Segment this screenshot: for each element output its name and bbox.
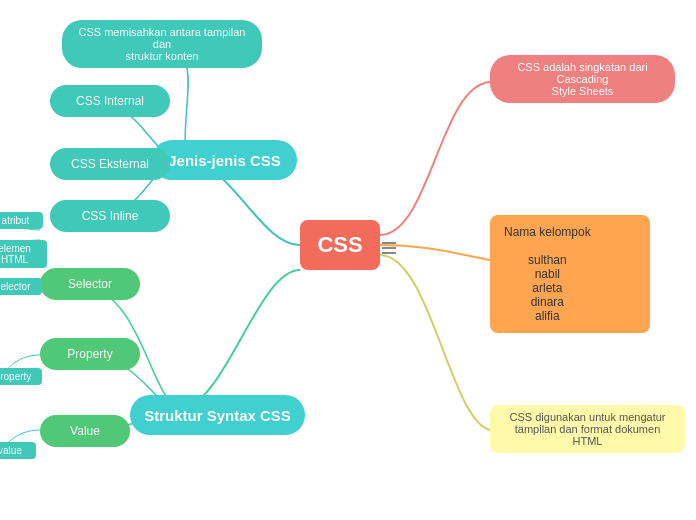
css-internal-label: CSS Internal: [76, 94, 144, 108]
css-inline-node: CSS Inline: [50, 200, 170, 232]
property-node: Property: [40, 338, 140, 370]
center-label: CSS: [317, 232, 362, 258]
css-def-node: CSS adalah singkatan dari Cascading Styl…: [490, 55, 675, 103]
value-label: Value: [70, 424, 100, 438]
css-sep-label: CSS memisahkan antara tampilan dan struk…: [72, 26, 252, 62]
jenis-css-label: Jenis-jenis CSS: [168, 152, 281, 169]
property-small-label: property: [0, 371, 31, 382]
center-node: CSS: [300, 220, 380, 270]
selector-node: Selector: [40, 268, 140, 300]
elemen-html-tag: elemen HTML: [0, 240, 47, 268]
struktur-node: Struktur Syntax CSS: [130, 395, 305, 435]
atribut-label: atribut: [2, 215, 30, 226]
atribut-tag: atribut: [0, 212, 43, 229]
selector-small-tag: selector: [0, 278, 42, 295]
nama-kelompok-node: Nama kelompok sulthan nabil arleta dinar…: [490, 215, 650, 333]
css-digunakan-node: CSS digunakan untuk mengatur tampilan da…: [490, 405, 685, 453]
hamburger-icon: [382, 242, 396, 254]
css-eksternal-node: CSS Eksternal: [50, 148, 170, 180]
selector-label: Selector: [68, 277, 112, 291]
nama-kelompok-label: Nama kelompok sulthan nabil arleta dinar…: [504, 225, 591, 323]
css-sep-node: CSS memisahkan antara tampilan dan struk…: [62, 20, 262, 68]
property-small-tag: property: [0, 368, 42, 385]
elemen-html-label: elemen HTML: [0, 243, 40, 265]
css-inline-label: CSS Inline: [82, 209, 139, 223]
property-label: Property: [67, 347, 112, 361]
value-small-tag: value: [0, 442, 36, 459]
selector-small-label: selector: [0, 281, 31, 292]
css-eksternal-label: CSS Eksternal: [71, 157, 149, 171]
css-internal-node: CSS Internal: [50, 85, 170, 117]
css-def-label: CSS adalah singkatan dari Cascading Styl…: [500, 61, 665, 97]
value-node: Value: [40, 415, 130, 447]
jenis-css-node: Jenis-jenis CSS: [152, 140, 297, 180]
css-digunakan-label: CSS digunakan untuk mengatur tampilan da…: [500, 411, 675, 447]
value-small-label: value: [0, 445, 22, 456]
struktur-label: Struktur Syntax CSS: [144, 407, 291, 424]
